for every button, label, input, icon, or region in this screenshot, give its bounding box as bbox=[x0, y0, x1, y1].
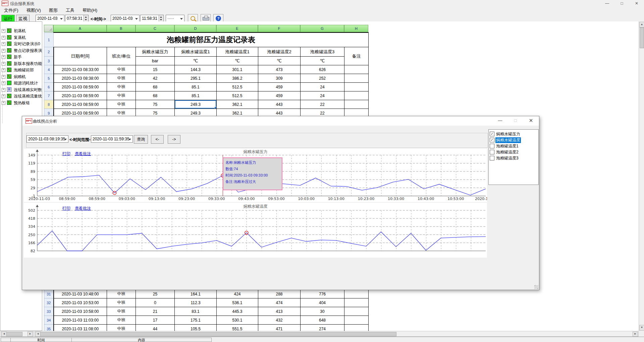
cell[interactable]: 404 bbox=[301, 298, 344, 307]
cell[interactable]: 2020-11-03 10:53:00 bbox=[54, 298, 107, 307]
time-from-spinner[interactable]: 07:58:31 bbox=[65, 15, 89, 22]
sidebar-item[interactable]: +复蒸机 bbox=[1, 35, 41, 41]
scroll-up-icon[interactable]: ▲ bbox=[639, 22, 644, 27]
cell[interactable]: 中班 bbox=[107, 290, 136, 298]
query-button[interactable]: 查询 bbox=[134, 135, 148, 144]
cell[interactable]: 22 bbox=[301, 100, 344, 109]
cell[interactable]: 164.1 bbox=[175, 290, 217, 298]
tree-expand-icon[interactable]: + bbox=[2, 94, 5, 98]
close-button[interactable]: ✕ bbox=[629, 0, 644, 7]
cell[interactable]: 112.3 bbox=[175, 298, 217, 307]
row-number[interactable]: 34 bbox=[44, 316, 54, 325]
series-list-item[interactable]: 泡粮罐温度2 bbox=[490, 149, 537, 155]
cell[interactable]: 30 bbox=[301, 307, 344, 316]
cell[interactable]: 445.3 bbox=[217, 307, 258, 316]
column-letter[interactable]: C bbox=[136, 25, 174, 32]
cell[interactable]: 301.1 bbox=[217, 65, 258, 74]
row-number[interactable]: 1 bbox=[44, 32, 54, 47]
cell[interactable]: 105.5 bbox=[175, 325, 217, 331]
scrollbar-thumb[interactable] bbox=[6, 332, 22, 336]
tree-expand-icon[interactable]: + bbox=[2, 29, 5, 33]
tree-expand-icon[interactable]: + bbox=[2, 62, 5, 66]
cell[interactable]: 386.2 bbox=[217, 74, 258, 83]
sheet-corner[interactable] bbox=[44, 25, 53, 32]
cell[interactable]: 530.1 bbox=[217, 316, 258, 325]
print-link[interactable]: 打印 bbox=[62, 206, 70, 211]
scroll-left-icon[interactable]: ◄ bbox=[1, 332, 7, 337]
resize-grip-icon[interactable] bbox=[534, 285, 538, 289]
minimize-button[interactable]: — bbox=[600, 0, 614, 7]
series-list-item[interactable]: 泡粮罐温度1 bbox=[490, 143, 537, 149]
cell[interactable]: 68 bbox=[136, 83, 175, 91]
column-letter[interactable]: D bbox=[174, 25, 216, 32]
cell[interactable]: 24 bbox=[301, 83, 344, 91]
cell[interactable]: 中班 bbox=[107, 91, 136, 100]
row-number[interactable]: 6 bbox=[44, 83, 54, 91]
tree-expand-icon[interactable]: + bbox=[2, 101, 5, 105]
cell[interactable]: 536.1 bbox=[217, 298, 258, 307]
date-to-combo[interactable]: 2020-11-03 bbox=[111, 15, 140, 22]
time-to-spinner[interactable]: 11:58:31 bbox=[140, 15, 164, 22]
tree-expand-icon[interactable]: + bbox=[2, 49, 5, 53]
row-number[interactable]: 3 bbox=[44, 57, 54, 65]
cell[interactable] bbox=[344, 290, 369, 298]
sidebar-item[interactable]: +新手 bbox=[1, 54, 41, 60]
sidebar-item[interactable]: +焖粮机 bbox=[1, 74, 41, 80]
row-number[interactable]: 35 bbox=[44, 325, 54, 331]
cell[interactable]: 85.1 bbox=[175, 91, 217, 100]
cell[interactable] bbox=[344, 298, 369, 307]
cell[interactable] bbox=[344, 325, 369, 331]
sidebar-item[interactable]: +初蒸机 bbox=[1, 28, 41, 34]
cell[interactable]: 459 bbox=[258, 91, 301, 100]
menu-item[interactable]: 工具 bbox=[62, 7, 78, 13]
column-letter[interactable]: B bbox=[107, 25, 136, 32]
tree-expand-icon[interactable]: + bbox=[2, 81, 5, 85]
cell[interactable]: 中班 bbox=[107, 65, 136, 74]
column-letter[interactable]: H bbox=[344, 25, 368, 32]
cell[interactable]: 474 bbox=[258, 298, 301, 307]
cell[interactable]: 2020-11-03 08:59:00 bbox=[54, 83, 107, 91]
cell[interactable] bbox=[344, 100, 369, 109]
cell[interactable]: 68 bbox=[136, 91, 175, 100]
checkbox-icon[interactable] bbox=[490, 156, 494, 160]
cell[interactable]: 25 bbox=[136, 290, 175, 298]
column-letter[interactable]: A bbox=[53, 25, 107, 32]
tree-expand-icon[interactable]: + bbox=[2, 75, 5, 79]
sheet-horizontal-scrollbar[interactable]: ◄ ► bbox=[35, 331, 639, 337]
row-number[interactable]: 2 bbox=[44, 47, 54, 57]
tree-expand-icon[interactable]: + bbox=[2, 42, 5, 46]
view-note-link[interactable]: 查看批注 bbox=[75, 151, 91, 157]
scroll-right-icon[interactable]: ► bbox=[28, 332, 33, 337]
cell[interactable]: 459 bbox=[258, 83, 301, 91]
cell[interactable]: 252 bbox=[301, 74, 344, 83]
sheet-vertical-scrollbar[interactable]: ▲ ▼ bbox=[639, 21, 644, 331]
cell[interactable]: 512.5 bbox=[217, 91, 258, 100]
cell[interactable]: 15 bbox=[136, 65, 175, 74]
cell[interactable]: 2020-11-03 11:08:00 bbox=[54, 325, 107, 331]
cell[interactable]: 288 bbox=[258, 290, 301, 298]
cell[interactable]: 295.1 bbox=[175, 74, 217, 83]
sidebar-item[interactable]: +整点记录报表演 bbox=[1, 48, 41, 54]
cell[interactable] bbox=[344, 74, 369, 83]
row-number[interactable]: 8 bbox=[44, 100, 54, 109]
sidebar-item[interactable]: +R连续蒸粮实时数 bbox=[1, 87, 41, 93]
checkbox-checked-icon[interactable]: ✓ bbox=[490, 138, 494, 142]
cell[interactable]: 512.5 bbox=[217, 83, 258, 91]
sidebar-item[interactable]: +新版本报表功能 bbox=[1, 61, 41, 67]
row-number[interactable]: 5 bbox=[44, 74, 54, 83]
row-number[interactable]: 31 bbox=[44, 290, 54, 298]
cell[interactable]: 626 bbox=[301, 65, 344, 74]
sidebar-item[interactable]: +连续蒸粮流量统 bbox=[1, 93, 41, 99]
tree-expand-icon[interactable]: + bbox=[2, 55, 5, 59]
checkbox-icon[interactable] bbox=[490, 150, 494, 154]
cell[interactable]: 21 bbox=[136, 307, 175, 316]
series-list-item[interactable]: 泡粮罐温度3 bbox=[490, 155, 537, 161]
cell[interactable]: 362.1 bbox=[217, 100, 258, 109]
cell[interactable] bbox=[344, 307, 369, 316]
cell[interactable]: 424 bbox=[217, 290, 258, 298]
cell[interactable]: 42 bbox=[136, 74, 175, 83]
cell[interactable]: 443 bbox=[258, 100, 301, 109]
tree-expand-icon[interactable]: + bbox=[2, 68, 5, 72]
checkbox-checked-icon[interactable]: ✓ bbox=[490, 132, 494, 136]
dialog-minimize-button[interactable]: — bbox=[493, 116, 507, 125]
